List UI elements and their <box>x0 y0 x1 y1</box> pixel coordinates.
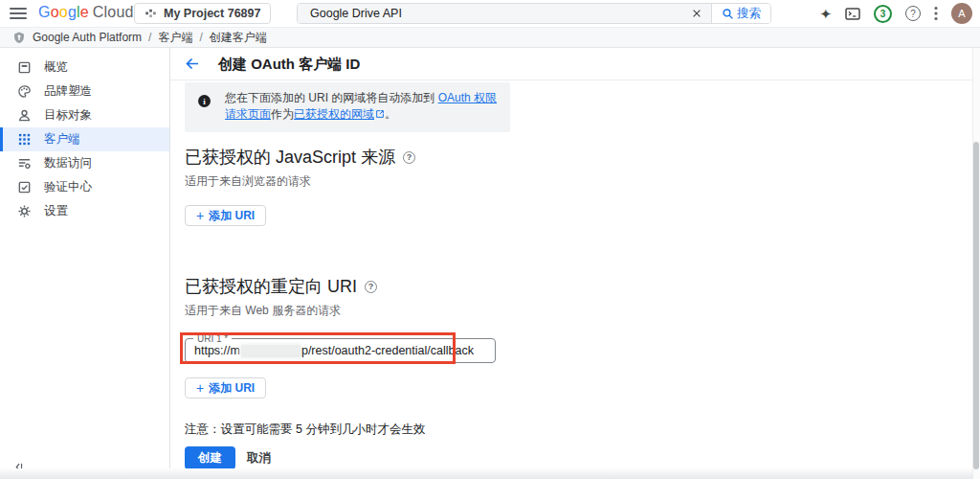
main-content: 创建 OAuth 客户端 ID i 您在下面添加的 URI 的网域将自动添加到 … <box>170 48 980 479</box>
banner-text: 您在下面添加的 URI 的网域将自动添加到 OAuth 权限请求页面作为已获授权… <box>225 90 501 124</box>
clients-grid-icon <box>17 132 32 147</box>
info-banner: i 您在下面添加的 URI 的网域将自动添加到 OAuth 权限请求页面作为已获… <box>185 82 510 132</box>
page-bottom-edge <box>0 468 972 479</box>
uri-value-prefix: https://m <box>194 344 240 357</box>
sidebar-item-label: 目标对象 <box>44 107 92 124</box>
add-redirect-uri-button[interactable]: + 添加 URI <box>185 377 266 399</box>
palette-icon <box>17 84 32 99</box>
overview-icon <box>17 60 32 75</box>
breadcrumb: Google Auth Platform / 客户端 / 创建客户端 <box>0 27 980 48</box>
authorized-domains-link[interactable]: 已获授权的网域 <box>294 107 374 121</box>
js-origins-heading-text: 已获授权的 JavaScript 来源 <box>185 146 395 169</box>
breadcrumb-item-clients[interactable]: 客户端 <box>158 30 192 46</box>
logo-letter: o <box>51 4 59 20</box>
back-arrow-icon[interactable] <box>184 56 201 73</box>
logo-letter: g <box>68 4 77 20</box>
sidebar-item-label: 品牌塑造 <box>44 83 92 100</box>
sidebar-item-label: 验证中心 <box>44 179 92 195</box>
add-js-origin-uri-button[interactable]: + 添加 URI <box>185 205 266 226</box>
more-options-icon[interactable] <box>934 6 938 21</box>
logo-letter: o <box>59 4 68 20</box>
sidebar-item-label: 概览 <box>44 59 68 76</box>
search-bar: 搜索 <box>297 3 771 24</box>
cloud-shell-icon[interactable] <box>845 8 860 20</box>
topbar-actions: ✦ 3 ? A <box>819 0 980 27</box>
breadcrumb-item-create-client[interactable]: 创建客户端 <box>210 30 267 46</box>
sidebar-item-label: 设置 <box>44 203 68 219</box>
logo-letter: e <box>80 4 89 20</box>
project-selector[interactable]: My Project 76897 <box>134 3 271 24</box>
uri-1-field[interactable]: URI 1 * https://mp/rest/oauth2-credentia… <box>185 338 496 363</box>
person-icon <box>17 108 32 123</box>
project-icon <box>145 8 157 20</box>
plus-icon: + <box>196 381 204 395</box>
search-field <box>298 4 711 23</box>
js-origins-heading: 已获授权的 JavaScript 来源 ? <box>185 146 415 169</box>
help-icon[interactable]: ? <box>905 6 921 21</box>
breadcrumb-item-auth-platform[interactable]: Google Auth Platform <box>33 31 142 44</box>
notifications-badge[interactable]: 3 <box>874 5 892 23</box>
js-origins-help-icon[interactable]: ? <box>403 151 415 164</box>
sidebar-item-overview[interactable]: 概览 <box>0 56 169 80</box>
gear-icon <box>17 204 32 218</box>
external-link-icon <box>375 107 385 124</box>
scrollbar[interactable] <box>972 48 980 479</box>
redaction-blur <box>241 345 301 357</box>
menu-icon[interactable] <box>10 7 27 20</box>
search-button-label: 搜索 <box>737 6 761 22</box>
sidebar-item-settings[interactable]: 设置 <box>0 199 169 223</box>
sidebar-item-label: 客户端 <box>44 131 80 148</box>
gemini-icon[interactable]: ✦ <box>819 7 832 21</box>
banner-text-mid: 作为 <box>271 107 294 121</box>
verification-icon <box>17 180 32 194</box>
info-icon: i <box>198 95 211 107</box>
add-uri-label: 添加 URI <box>209 380 255 397</box>
sidebar-item-data-access[interactable]: 数据访问 <box>0 151 169 175</box>
sidebar-item-clients[interactable]: 客户端 <box>0 127 169 151</box>
scrollbar-thumb[interactable] <box>973 142 979 469</box>
google-cloud-console: GoogleCloud My Project 76897 <box>0 0 980 479</box>
top-bar: GoogleCloud My Project 76897 <box>0 0 980 27</box>
auth-platform-shield-icon <box>12 31 26 45</box>
logo-cloud-text: Cloud <box>93 4 134 20</box>
add-uri-label: 添加 URI <box>209 208 255 224</box>
cancel-button[interactable]: 取消 <box>239 446 278 469</box>
redirect-uris-heading-text: 已获授权的重定向 URI <box>185 275 357 298</box>
breadcrumb-separator: / <box>148 31 151 44</box>
js-origins-subtitle: 适用于来自浏览器的请求 <box>185 173 311 190</box>
create-button[interactable]: 创建 <box>185 446 235 469</box>
banner-text-after: 。 <box>385 107 396 121</box>
logo-letter: G <box>38 4 51 20</box>
account-avatar[interactable]: A <box>951 3 972 24</box>
data-access-icon <box>17 156 32 171</box>
banner-text-before: 您在下面添加的 URI 的网域将自动添加到 <box>225 91 438 104</box>
sidebar-item-label: 数据访问 <box>44 155 92 171</box>
redirect-uris-help-icon[interactable]: ? <box>365 281 377 293</box>
google-cloud-logo: GoogleCloud <box>38 4 134 21</box>
sidebar-item-branding[interactable]: 品牌塑造 <box>0 80 169 103</box>
clear-search-icon[interactable] <box>682 8 711 19</box>
search-input[interactable] <box>298 7 682 20</box>
plus-icon: + <box>196 209 204 222</box>
uri-value-suffix: p/rest/oauth2-credential/callback <box>301 344 474 357</box>
breadcrumb-separator: / <box>199 31 202 44</box>
search-button[interactable]: 搜索 <box>711 4 770 23</box>
sidebar-item-audience[interactable]: 目标对象 <box>0 103 169 127</box>
uri-1-value: https://mp/rest/oauth2-credential/callba… <box>194 339 474 362</box>
sidebar: 概览 品牌塑造 目标对象 <box>0 48 170 479</box>
redirect-uris-subtitle: 适用于来自 Web 服务器的请求 <box>185 303 341 319</box>
project-name: My Project 76897 <box>164 7 260 20</box>
search-icon <box>722 8 734 20</box>
propagation-note: 注意：设置可能需要 5 分钟到几小时才会生效 <box>185 422 425 438</box>
redirect-uris-heading: 已获授权的重定向 URI ? <box>185 275 377 298</box>
sidebar-item-verification-center[interactable]: 验证中心 <box>0 175 169 199</box>
page-title: 创建 OAuth 客户端 ID <box>218 56 360 74</box>
